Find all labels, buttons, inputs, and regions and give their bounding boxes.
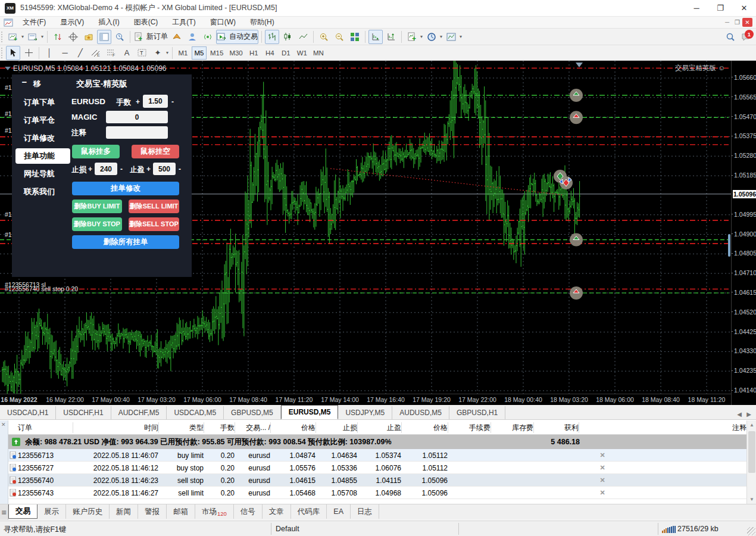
close-order-icon[interactable]: ✕: [598, 474, 607, 487]
menu-item-6[interactable]: 帮助(H): [243, 17, 282, 27]
terminal-col-11[interactable]: 获利: [535, 420, 579, 435]
templates-button[interactable]: [444, 30, 458, 44]
arrows-dropdown-icon[interactable]: ▾: [166, 50, 168, 55]
line-chart-type-button[interactable]: [296, 30, 310, 44]
bottom-tab-0[interactable]: 交易: [8, 504, 38, 519]
timeframe-m5[interactable]: M5: [192, 46, 207, 60]
auto-scroll-button[interactable]: [368, 30, 383, 44]
bottom-tab-6[interactable]: 市场120: [195, 504, 234, 519]
terminal-col-4[interactable]: 交易... /: [236, 420, 270, 435]
terminal-col-8[interactable]: 价格: [402, 420, 448, 435]
ea-lots-input[interactable]: 1.50: [143, 95, 168, 108]
ea-menu-5[interactable]: 联系我们: [15, 184, 70, 200]
bottom-tab-9[interactable]: 代码库: [291, 504, 327, 519]
channel-tool-button[interactable]: E: [89, 46, 103, 60]
tab-scroll-left-icon[interactable]: ◀: [735, 409, 744, 419]
zoom-out-button[interactable]: [332, 30, 346, 44]
timeframe-m15[interactable]: M15: [208, 46, 226, 60]
terminal-col-2[interactable]: 类型: [160, 420, 204, 435]
signals-button[interactable]: [201, 30, 215, 44]
bottom-tab-4[interactable]: 警报: [138, 504, 167, 519]
indicators-dropdown-icon[interactable]: ▾: [420, 34, 423, 39]
chart-shift-button[interactable]: [384, 30, 398, 44]
ea-menu-1[interactable]: 订单平仓: [15, 113, 70, 128]
chart-tab-audusd-m5[interactable]: AUDUSD,M5: [392, 406, 449, 419]
terminal-col-5[interactable]: 价格: [271, 420, 315, 435]
new-order-button[interactable]: + 新订单: [133, 30, 168, 44]
navigator-button[interactable]: ★: [82, 30, 96, 44]
scroll-up-icon[interactable]: ▲: [747, 420, 756, 429]
terminal-panel-button[interactable]: [97, 30, 111, 44]
terminal-col-0[interactable]: 订单: [18, 420, 73, 435]
ea-panel-header[interactable]: − 移 交易宝-精英版: [12, 74, 192, 92]
menu-item-1[interactable]: 显示(V): [53, 17, 91, 27]
mdi-restore-icon[interactable]: ❐: [732, 18, 742, 27]
bottom-tab-10[interactable]: EA: [327, 504, 351, 519]
chart-menu-icon[interactable]: [5, 67, 11, 70]
terminal-col-12[interactable]: 注释: [651, 420, 746, 435]
terminal-close-icon[interactable]: ✕: [1, 422, 6, 428]
ea-tp-plus[interactable]: +: [146, 165, 151, 173]
menu-item-4[interactable]: 工具(T): [165, 17, 202, 27]
bottom-tab-8[interactable]: 文章: [263, 504, 291, 519]
ea-delete-buy-limit-button[interactable]: 删除BUY LIMIT: [72, 200, 122, 213]
terminal-col-7[interactable]: 止盈: [358, 420, 401, 435]
vertical-line-tool-button[interactable]: │: [42, 46, 57, 60]
chart-tab-usdcad-h1[interactable]: USDCAD,H1: [0, 406, 56, 419]
menu-item-0[interactable]: 文件(F): [15, 17, 53, 27]
cursor-tool-button[interactable]: [6, 46, 20, 60]
chart-tab-audchf-m5[interactable]: AUDCHF,M5: [111, 406, 167, 419]
timeframe-m30[interactable]: M30: [227, 46, 245, 60]
ea-delete-all-pending-button[interactable]: 删除所有挂单: [72, 235, 179, 249]
timeframe-h4[interactable]: H4: [263, 46, 277, 60]
ea-lots-minus[interactable]: -: [171, 98, 174, 106]
new-chart-dropdown-icon[interactable]: ▾: [21, 34, 24, 39]
candlestick-type-button[interactable]: [280, 30, 295, 44]
ea-magic-input[interactable]: 0: [106, 111, 168, 123]
ea-mouse-sell-pending-button[interactable]: 鼠标挂空: [132, 145, 179, 158]
ea-delete-sell-stop-button[interactable]: 删除SELL STOP: [129, 217, 179, 231]
bottom-tab-7[interactable]: 信号: [234, 504, 263, 519]
ea-comment-input[interactable]: [106, 126, 168, 139]
scroll-down-icon[interactable]: ▼: [747, 495, 756, 504]
new-chart-button[interactable]: +: [6, 30, 20, 44]
metaeditor-button[interactable]: [170, 30, 184, 44]
trendline-tool-button[interactable]: ╱: [73, 46, 88, 60]
terminal-col-6[interactable]: 止损: [317, 420, 357, 435]
search-icon[interactable]: [723, 30, 738, 44]
scrollbar-thumb[interactable]: [748, 431, 755, 473]
templates-dropdown-icon[interactable]: ▾: [460, 34, 462, 39]
ea-tp-minus[interactable]: -: [179, 165, 181, 173]
menu-item-3[interactable]: 图表(C): [127, 17, 165, 27]
menu-item-5[interactable]: 窗口(W): [203, 17, 243, 27]
terminal-scrollbar[interactable]: ▲ ▼: [746, 420, 756, 504]
ea-menu-4[interactable]: 网址导航: [15, 166, 70, 182]
crosshair-tool-button[interactable]: [21, 46, 36, 60]
indicators-button[interactable]: +: [405, 30, 419, 44]
ea-delete-sell-limit-button[interactable]: 删除SELL LIMIT: [129, 200, 179, 213]
bar-chart-type-button[interactable]: [265, 30, 279, 44]
community-button[interactable]: [185, 30, 199, 44]
profiles-button[interactable]: [26, 30, 40, 44]
bottom-tab-11[interactable]: 日志: [351, 504, 379, 519]
ea-menu-3[interactable]: 挂单功能: [15, 148, 70, 164]
bottom-tab-5[interactable]: 邮箱: [167, 504, 195, 519]
tile-windows-button[interactable]: [348, 30, 362, 44]
resize-grip[interactable]: [747, 527, 755, 535]
horizontal-line-tool-button[interactable]: ─: [58, 46, 72, 60]
maximize-button[interactable]: ❐: [708, 0, 732, 17]
ea-tp-input[interactable]: 500: [153, 163, 176, 175]
auto-trading-button[interactable]: 自动交易: [216, 30, 258, 44]
profiles-dropdown-icon[interactable]: ▾: [41, 34, 43, 39]
zoom-in-button[interactable]: [317, 30, 331, 44]
ea-mouse-buy-pending-button[interactable]: 鼠标挂多: [72, 145, 120, 158]
mdi-minimize-icon[interactable]: ─: [722, 18, 732, 27]
bottom-tab-2[interactable]: 账户历史: [66, 504, 110, 519]
ea-sl-plus[interactable]: +: [88, 165, 92, 173]
chart-tab-gbpusd-m5[interactable]: GBPUSD,M5: [224, 406, 281, 419]
menu-item-2[interactable]: 插入(I): [91, 17, 126, 27]
timeframe-mn[interactable]: MN: [311, 46, 326, 60]
periods-button[interactable]: [424, 30, 439, 44]
periods-dropdown-icon[interactable]: ▾: [440, 34, 442, 39]
terminal-col-10[interactable]: 库存费: [492, 420, 533, 435]
